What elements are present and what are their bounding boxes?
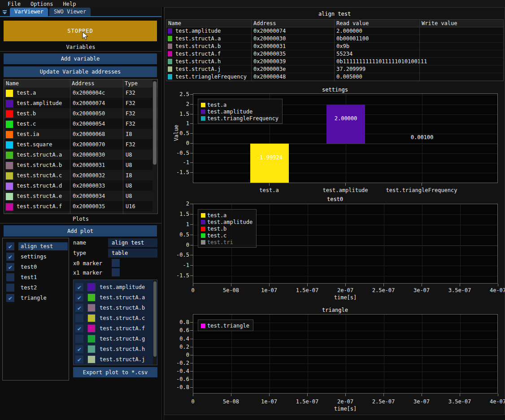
series-scrollbar-thumb[interactable] (153, 281, 157, 357)
table-row[interactable]: test.structA.f0x20000035U16 (4, 201, 157, 211)
y-tick-label: -1 (165, 159, 189, 166)
menu-options[interactable]: Options (26, 1, 58, 7)
table-row[interactable]: test.structA.a0x200000300b00001100 (166, 35, 503, 43)
x-tick-label: 1e-07 (261, 287, 277, 293)
series-label: test.structA.c (100, 315, 145, 321)
legend-item[interactable]: test.b (201, 225, 252, 232)
plot-list-item-label[interactable]: test0 (18, 263, 68, 271)
plot-list-item-label[interactable]: test2 (18, 284, 68, 292)
table-row[interactable]: test.amplitude0x20000074F32 (4, 98, 157, 108)
plot-visible-checkbox[interactable]: ✔ (6, 263, 14, 271)
plot-list-item[interactable]: test2 (3, 282, 69, 293)
table-row[interactable]: test.structA.f0x2000003555234 (166, 50, 503, 58)
plot-visible-checkbox[interactable] (6, 273, 14, 281)
legend-item[interactable]: test.c (201, 232, 252, 239)
x1-marker-checkbox[interactable] (112, 268, 120, 276)
y-tick-mark (190, 330, 193, 331)
plot-list-item[interactable]: test1 (3, 272, 69, 282)
table-row[interactable]: test.structA.h0x200000390b11111111111011… (166, 58, 503, 66)
series-visible-checkbox[interactable]: ✔ (75, 304, 83, 312)
plot-list-item[interactable]: ✔align test (3, 241, 69, 251)
table-row[interactable]: test.square0x20000070F32 (4, 139, 157, 149)
series-visible-checkbox[interactable]: ✔ (75, 283, 83, 291)
table-row[interactable]: test.b0x20000050F32 (4, 108, 157, 118)
tab-swo-viewer[interactable]: SWO Viewer (49, 8, 91, 16)
color-swatch (5, 162, 13, 170)
table-plot-title: align test (164, 11, 505, 17)
series-visible-checkbox[interactable] (75, 314, 83, 322)
series-row[interactable]: ✔ (74, 364, 157, 365)
menu-help[interactable]: Help (58, 1, 81, 7)
table-row[interactable]: test.structA.b0x20000031U8 (4, 160, 157, 170)
series-visible-checkbox[interactable]: ✔ (75, 293, 83, 302)
plot-list-item-label[interactable]: test1 (18, 273, 68, 281)
update-variable-addresses-button[interactable]: Update Variable addresses (4, 66, 157, 77)
table-row[interactable]: test.structA.a0x20000030U8 (4, 149, 157, 160)
table-row[interactable]: test.amplitude0x200000742.000000 (166, 27, 503, 35)
legend-item[interactable]: test.amplitude (201, 108, 279, 115)
table-row[interactable]: test.a0x2000004cF32 (4, 88, 157, 98)
plot-visible-checkbox[interactable] (6, 284, 14, 292)
bar (327, 105, 365, 144)
x0-marker-checkbox[interactable] (112, 259, 120, 267)
plot-list-item-label[interactable]: settings (18, 253, 68, 261)
table-row[interactable]: test.structA.j0x2000003e37.209999 (166, 66, 503, 73)
legend-item[interactable]: test.triangleFrequency (201, 115, 279, 122)
table-row[interactable]: test.ia0x20000068I8 (4, 129, 157, 139)
add-plot-button[interactable]: Add plot (4, 225, 157, 236)
acquisition-status-button[interactable]: STOPPED (4, 21, 157, 41)
series-row[interactable]: ✔test.amplitude (74, 282, 157, 292)
y-tick-mark (190, 153, 193, 153)
series-row[interactable]: ✔test.structA.a (74, 292, 157, 302)
table-row[interactable]: test.structA.d0x20000033U8 (4, 180, 157, 191)
add-variable-button[interactable]: Add variable (4, 53, 157, 64)
plot-list-item[interactable]: ✔test0 (3, 262, 69, 272)
table-row[interactable]: test.structA.b0x200000310x9b (166, 43, 503, 50)
legend-item[interactable]: test.triangle (201, 322, 249, 329)
legend-item[interactable]: test.tri (201, 239, 252, 245)
plot-list-item-label[interactable]: align test (18, 242, 68, 250)
legend-swatch (201, 240, 205, 245)
variables-scrollbar[interactable] (152, 80, 157, 213)
gridline (346, 315, 346, 393)
legend-item[interactable]: test.amplitude (201, 219, 252, 225)
table-row[interactable]: test.triangleFrequency0x200000480.005000 (166, 73, 503, 81)
plot-list-item[interactable]: ✔triangle (3, 293, 69, 303)
legend-item[interactable]: test.a (201, 101, 279, 108)
series-visible-checkbox[interactable] (75, 335, 83, 343)
plot-visible-checkbox[interactable]: ✔ (6, 253, 14, 261)
series-row[interactable]: test.structA.g (74, 333, 157, 344)
export-csv-button[interactable]: Export plot to *.csv (73, 367, 157, 377)
variables-scrollbar-thumb[interactable] (153, 81, 157, 165)
table-row[interactable]: test.structA.e0x20000034U8 (4, 191, 157, 201)
plot-list-item[interactable]: ✔settings (3, 251, 69, 262)
plot-visible-checkbox[interactable]: ✔ (6, 242, 14, 250)
legend-item[interactable]: test.a (201, 212, 252, 219)
plot-visible-checkbox[interactable]: ✔ (6, 294, 14, 302)
y-tick-label: -1 (165, 262, 189, 268)
color-swatch (87, 283, 96, 291)
plot-type-label: type (73, 250, 86, 256)
collapse-tabs-icon[interactable] (1, 9, 9, 16)
menu-file[interactable]: File (3, 1, 26, 7)
legend-swatch (201, 227, 205, 231)
series-row[interactable]: ✔test.structA.b (74, 302, 157, 313)
series-visible-checkbox[interactable]: ✔ (75, 355, 83, 363)
plot-name-label: name (73, 240, 86, 246)
cell-name: test.structA.a (166, 35, 251, 42)
plot-list-item-label[interactable]: triangle (18, 294, 68, 302)
plot-type-select[interactable]: table (108, 249, 157, 258)
table-row[interactable]: test.c0x20000054F32 (4, 118, 157, 129)
plot-name-input[interactable]: align test (108, 238, 157, 247)
tab-varviewer[interactable]: VarViewer (10, 8, 48, 16)
table-row[interactable]: test.structA.c0x20000032I8 (4, 170, 157, 180)
series-visible-checkbox[interactable]: ✔ (75, 324, 83, 332)
series-visible-checkbox[interactable]: ✔ (75, 345, 83, 353)
table-row[interactable] (4, 211, 157, 214)
x-tick-label: 1.5e-07 (296, 287, 319, 293)
series-row[interactable]: ✔test.structA.f (74, 323, 157, 333)
series-scrollbar[interactable] (153, 280, 157, 365)
series-row[interactable]: ✔test.structA.h (74, 344, 157, 354)
series-row[interactable]: test.structA.c (74, 313, 157, 323)
series-row[interactable]: ✔test.structA.j (74, 354, 157, 364)
